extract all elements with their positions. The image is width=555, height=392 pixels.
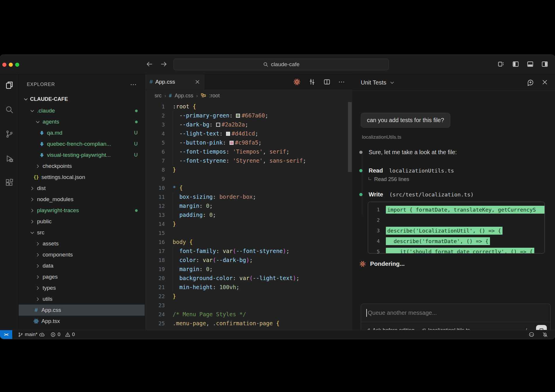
thread-line (362, 154, 362, 215)
code-line-17[interactable]: 17 font-family: var(--font-styrene); (145, 247, 352, 256)
git-branch-item[interactable]: main* (18, 332, 45, 337)
code-line-25[interactable]: 25.menu-page, .confirmation-page { (145, 319, 352, 328)
activity-bar (0, 74, 19, 330)
user-message-bubble: can you add tests for this file? (361, 113, 450, 128)
command-center-search[interactable]: claude-cafe (174, 59, 389, 70)
problems-item[interactable]: 0 0 (50, 332, 75, 337)
code-line-11[interactable]: 11 box-sizing: border-box; (145, 192, 352, 201)
minimize-traffic-light[interactable] (9, 63, 13, 67)
code-line-5[interactable]: 5 --button-pink: #c98fa5; (145, 138, 352, 147)
code-line-16[interactable]: 16body { (145, 238, 352, 247)
step-bullet-icon (359, 151, 363, 154)
code-line-6[interactable]: 6 --font-tiempos: 'Tiempos', serif; (145, 147, 352, 156)
close-traffic-light[interactable] (2, 63, 6, 67)
tree-item-assets[interactable]: assets (19, 238, 145, 249)
diff-line-3: 3describe('LocalizationUtil', () => { (368, 225, 545, 236)
git-modified-dot (135, 110, 138, 112)
diff-line-2: 2 (368, 215, 545, 225)
tree-item-app-tsx[interactable]: App.tsx (19, 316, 145, 327)
open-changes-icon[interactable] (309, 78, 316, 85)
code-line-23[interactable]: 23 (145, 301, 352, 310)
tree-item-data[interactable]: data (19, 260, 145, 271)
code-line-3[interactable]: 3 --dark-bg: #2a2b2a; (145, 120, 352, 129)
tree-item-pages[interactable]: pages (19, 271, 145, 282)
explorer-icon[interactable] (0, 77, 19, 94)
tree-item-settings-local-json[interactable]: {}settings.local.json (19, 172, 145, 183)
code-editor[interactable]: 1:root {2 --primary-green: #667a60;3 --d… (145, 102, 352, 330)
tree-item-checkpoints[interactable]: checkpoints (19, 161, 145, 172)
code-line-22[interactable]: 22} (145, 292, 352, 301)
claude-code-icon[interactable] (293, 78, 301, 86)
tree-item-utils[interactable]: utils (19, 293, 145, 305)
chevron-right-icon (34, 275, 41, 280)
code-line-2[interactable]: 2 --primary-green: #667a60; (145, 111, 352, 120)
errors-icon (50, 332, 56, 337)
toggle-panel-icon[interactable] (526, 60, 534, 68)
code-line-21[interactable]: 21 min-height: 100vh; (145, 283, 352, 292)
toggle-primary-sidebar-icon[interactable] (512, 60, 519, 68)
code-line-9[interactable]: 9 (145, 174, 352, 183)
code-line-8[interactable]: 8} (145, 165, 352, 174)
claude-chat-panel: Unit Tests can you add tests for this fi… (352, 74, 555, 330)
run-debug-icon[interactable] (0, 150, 19, 167)
tree-item-agents[interactable]: agents (19, 116, 145, 127)
file-tree: .claudeagentsqa.mdUquebec-french-complia… (19, 105, 145, 327)
code-line-13[interactable]: 13 padding: 0; (145, 210, 352, 219)
toggle-secondary-sidebar-icon[interactable] (541, 60, 549, 68)
forward-arrow-icon[interactable] (160, 60, 168, 68)
chevron-down-icon[interactable] (390, 80, 395, 85)
publish-changes-icon (39, 332, 45, 337)
code-line-7[interactable]: 7 --font-styrene: 'Styrene', sans-serif; (145, 156, 352, 165)
copilot-icon[interactable] (528, 332, 535, 338)
code-line-20[interactable]: 20 background-color: var(--light-text); (145, 274, 352, 283)
code-line-18[interactable]: 18 color: var(--dark-bg); (145, 256, 352, 265)
write-tool-row[interactable]: Write (src/test/localization.ts) (359, 191, 474, 198)
maximize-traffic-light[interactable] (15, 63, 19, 67)
code-line-19[interactable]: 19 margin: 0; (145, 265, 352, 274)
chat-input-field[interactable]: Queue another message... (361, 304, 550, 322)
tree-item-dist[interactable]: dist (19, 183, 145, 194)
code-line-14[interactable]: 14} (145, 219, 352, 228)
tree-item-visual-testing-playwright-[interactable]: visual-testing-playwright...U (19, 150, 145, 161)
tree-item-qa-md[interactable]: qa.mdU (19, 127, 145, 138)
git-status-badge: U (134, 141, 138, 147)
tab-close-icon[interactable] (195, 79, 200, 85)
source-control-icon[interactable] (0, 126, 19, 143)
code-line-1[interactable]: 1:root { (145, 102, 352, 111)
explorer-more-icon[interactable]: ⋯ (130, 81, 137, 88)
git-branch-icon (18, 332, 23, 337)
code-line-10[interactable]: 10* { (145, 183, 352, 192)
tree-item-quebec-french-complian-[interactable]: quebec-french-complian...U (19, 138, 145, 150)
search-sidebar-icon[interactable] (0, 101, 19, 118)
split-editor-icon[interactable] (323, 78, 330, 85)
breadcrumb-separator: › (196, 93, 198, 99)
tree-item--claude[interactable]: .claude (19, 105, 145, 116)
diff-preview-block[interactable]: 1import { formatDate, translateKey, getC… (368, 202, 545, 254)
tree-item-public[interactable]: public (19, 216, 145, 227)
tree-item-app-css[interactable]: #App.css (19, 305, 145, 316)
code-line-24[interactable]: 24/* Menu Page Styles */ (145, 310, 352, 319)
tree-root-claude-cafe[interactable]: CLAUDE-CAFE (19, 94, 145, 105)
read-tool-row[interactable]: Read localizationUtils.ts (359, 167, 454, 174)
notifications-muted-icon[interactable] (542, 332, 548, 338)
chevron-right-icon (29, 219, 35, 224)
remote-indicator[interactable]: >< (0, 330, 12, 339)
customize-layout-icon[interactable] (497, 60, 505, 68)
code-line-12[interactable]: 12 margin: 0; (145, 201, 352, 210)
tree-item-components[interactable]: components (19, 249, 145, 260)
tree-item-playwright-traces[interactable]: playwright-traces (19, 205, 145, 216)
close-panel-icon[interactable] (542, 79, 548, 86)
breadcrumb[interactable]: src › # App.css › :root (145, 89, 352, 102)
back-arrow-icon[interactable] (145, 60, 153, 68)
extensions-icon[interactable] (0, 174, 19, 191)
tree-item-types[interactable]: types (19, 282, 145, 293)
tab-app-css[interactable]: # App.css (145, 74, 205, 89)
tree-item-node-modules[interactable]: node_modules (19, 194, 145, 205)
json-icon: {} (33, 175, 40, 180)
new-chat-icon[interactable] (527, 79, 534, 86)
color-swatch (226, 132, 230, 136)
tree-item-src[interactable]: src (19, 227, 145, 238)
code-line-15[interactable]: 15 (145, 228, 352, 238)
code-line-4[interactable]: 4 --light-text: #d4d1cd; (145, 129, 352, 138)
editor-more-icon[interactable]: ⋯ (338, 78, 345, 86)
